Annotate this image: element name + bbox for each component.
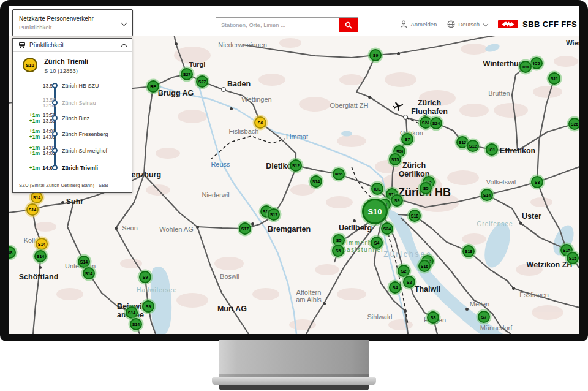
map-line-badge-s7[interactable]: S7 — [478, 311, 490, 323]
stop-name[interactable]: Zürich HB SZU — [62, 83, 99, 89]
screen: NiederweningenTurgiBadenBrugg AGWettinge… — [9, 6, 579, 334]
stop-name[interactable]: Zürich Binz — [62, 115, 89, 121]
panel-footer: SZU (Sihltal-Zürich-Uetliberg-Bahn) - SB… — [19, 183, 108, 188]
stop-delay: +1m — [20, 165, 40, 171]
stops-timeline: 13:55Zürich HB SZU13:56 13:56Zürich Seln… — [13, 39, 132, 192]
map-line-badge-s17[interactable]: S17 — [239, 222, 251, 235]
map-line-badge-s24[interactable]: S24 — [430, 117, 442, 129]
map-line-badge-s14[interactable]: S14 — [31, 191, 43, 203]
map-line-badge-s14[interactable]: S14 — [310, 175, 322, 188]
map-label: Bremgarten — [268, 225, 311, 233]
station-dot — [175, 42, 178, 45]
chevron-down-icon — [121, 20, 127, 26]
sbb-link[interactable]: SBB — [99, 183, 108, 188]
map-label: Wettingen — [241, 96, 271, 103]
map-line-badge-s6[interactable]: S6 — [254, 116, 266, 129]
map-line-badge-ic5[interactable]: IC5 — [530, 57, 543, 69]
monitor-frame: NiederweningenTurgiBadenBrugg AGWettinge… — [0, 0, 588, 341]
map-line-badge-s5[interactable]: S5 — [332, 245, 344, 257]
map-line-badge-s17[interactable]: S17 — [268, 208, 280, 221]
station-dot — [512, 287, 515, 290]
map-line-badge-s15[interactable]: S15 — [389, 153, 401, 165]
station-dot — [230, 107, 233, 110]
stop-node — [52, 165, 58, 170]
station-dot — [115, 227, 118, 230]
map-line-badge-s27[interactable]: S27 — [196, 75, 208, 88]
search-input[interactable] — [216, 18, 339, 32]
layer-select-title: Netzkarte Personenverkehr — [19, 15, 94, 22]
stop-name[interactable]: Zürich Friesenberg — [62, 131, 108, 137]
map-label: Thalwil — [415, 285, 440, 294]
monitor-stand-foot — [219, 385, 369, 390]
map-label: Affoltern am Albis — [296, 289, 322, 303]
map-line-badge-s5[interactable]: S5 — [420, 182, 432, 194]
map-label: Wetzikon ZH — [527, 260, 573, 269]
stop-name[interactable]: Zürich Triemli — [62, 165, 98, 171]
map-line-badge-s12[interactable]: S12 — [290, 159, 302, 172]
layer-select-dropdown[interactable]: Netzkarte Personenverkehr Pünktlichkeit — [12, 9, 133, 36]
station-dot — [39, 266, 42, 269]
map-label: Niederweningen — [218, 41, 267, 48]
map-line-badge-s11[interactable]: S11 — [548, 72, 560, 85]
map-line-badge-s14[interactable]: S14 — [34, 250, 47, 262]
globe-icon — [447, 20, 455, 28]
map-line-badge-ic1[interactable]: IC1 — [486, 143, 498, 156]
map-line-badge-s26[interactable]: S26 — [568, 118, 579, 130]
map-line-badge-s14[interactable]: S14 — [36, 238, 48, 250]
map-line-badge-s2[interactable]: S2 — [398, 265, 410, 277]
stop-node — [52, 115, 58, 121]
station-dot — [397, 52, 400, 55]
map-line-badge-s14[interactable]: S14 — [126, 306, 138, 319]
map-line-badge-s4[interactable]: S4 — [389, 281, 401, 294]
map-line-badge-s3[interactable]: S3 — [531, 176, 543, 188]
map-line-badge-s24[interactable]: S24 — [381, 222, 393, 235]
map-line-badge-s9[interactable]: S9 — [391, 194, 403, 207]
station-dot — [61, 201, 64, 204]
map-label: Seon — [122, 224, 138, 232]
map-line-badge-s9[interactable]: S9 — [369, 49, 382, 61]
stop-name[interactable]: Zürich Selnau — [62, 100, 96, 106]
punctuality-panel: Pünktlichkeit S10 Zürich Triemli S 10 (1… — [12, 38, 132, 193]
map-label: Brugg AG — [158, 89, 194, 97]
stop-name[interactable]: Zürich Schweighof — [62, 148, 107, 154]
layer-select-subtitle: Pünktlichkeit — [19, 24, 94, 31]
map-line-badge-ir35[interactable]: IR35 — [333, 168, 345, 180]
map-line-badge-s10[interactable]: S10 — [362, 199, 388, 224]
szu-link[interactable]: SZU (Sihltal-Zürich-Uetliberg-Bahn) — [19, 183, 94, 188]
map-label: Winterthur — [483, 59, 521, 68]
map-line-badge-ice[interactable]: ICE — [371, 183, 383, 195]
map-line-badge-s14[interactable]: S14 — [78, 256, 90, 268]
map-line-badge-s15[interactable]: S15 — [567, 252, 579, 264]
stop-node — [52, 83, 58, 88]
map-line-badge-s18[interactable]: S18 — [462, 245, 475, 257]
map-line-badge-s2[interactable]: S2 — [403, 276, 415, 288]
search-button[interactable] — [339, 18, 358, 32]
login-button[interactable]: Anmelden — [400, 20, 437, 28]
map-line-badge-s14[interactable]: S14 — [26, 203, 39, 216]
map-line-badge-s9[interactable]: S9 — [142, 300, 154, 313]
map-line-badge-s14[interactable]: S14 — [83, 267, 95, 279]
map-line-badge-s9[interactable]: S9 — [139, 271, 151, 283]
language-selector[interactable]: Deutsch — [447, 20, 488, 28]
map-label: Esslingen — [519, 291, 549, 298]
map-line-badge-s14[interactable]: S14 — [481, 189, 493, 201]
map-label: Suhr — [66, 197, 83, 206]
map-line-badge-s18[interactable]: S18 — [409, 210, 421, 222]
map-label: Schöftland — [19, 273, 59, 281]
map-line-badge-s27[interactable]: S27 — [181, 68, 193, 80]
map-line-badge-s12[interactable]: S12 — [467, 140, 479, 152]
map-line-badge-s8[interactable]: S8 — [427, 311, 439, 324]
map-line-badge-s7[interactable]: S7 — [401, 133, 413, 145]
map-label: Turgi — [189, 61, 206, 68]
map-label: Niederwil — [202, 191, 229, 199]
map-line-badge-s14[interactable]: S14 — [130, 318, 142, 330]
map-label: Volketswil — [486, 178, 516, 186]
map-line-badge-s16[interactable]: S16 — [418, 260, 431, 272]
footer-separator: - — [94, 183, 99, 188]
header-right: Anmelden Deutsch SBB CFF FFS — [400, 20, 577, 29]
map-label: Muri AG — [217, 305, 247, 313]
map-line-badge-s4[interactable]: S4 — [371, 237, 383, 249]
station-dot — [353, 219, 356, 222]
map-line-badge-re[interactable]: RE — [147, 80, 159, 93]
map-line-badge-ir75[interactable]: IR75 — [519, 61, 532, 73]
